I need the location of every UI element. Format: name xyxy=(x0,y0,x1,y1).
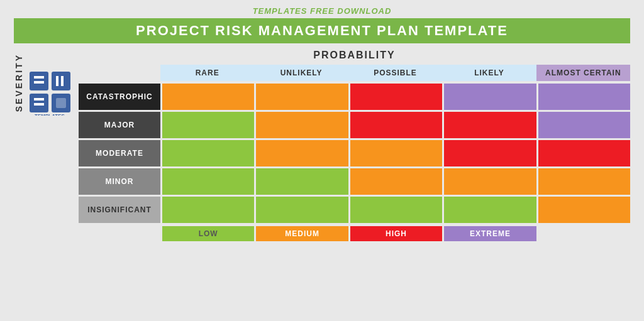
row-label-catastrophic: CATASTROPHIC xyxy=(79,84,160,110)
cell xyxy=(538,197,630,223)
svg-rect-6 xyxy=(56,76,58,86)
page-title: PROJECT RISK MANAGEMENT PLAN TEMPLATE xyxy=(14,23,630,39)
left-panel: SEVERITY TEMPLATES xyxy=(14,50,79,116)
cell xyxy=(162,140,254,166)
cell xyxy=(350,84,442,110)
svg-rect-9 xyxy=(34,103,44,106)
cell xyxy=(444,140,536,166)
logo: TEMPLATES xyxy=(26,68,74,116)
row-insignificant: INSIGNIFICANT xyxy=(79,197,630,223)
row-major: MAJOR xyxy=(79,112,630,138)
cell xyxy=(444,197,536,223)
cell xyxy=(256,112,348,138)
legend-medium: MEDIUM xyxy=(256,226,348,241)
cell xyxy=(162,84,254,110)
legend-extreme: EXTREME xyxy=(444,226,536,241)
cell xyxy=(256,140,348,166)
row-catastrophic: CATASTROPHIC xyxy=(79,84,630,110)
grid-rows: CATASTROPHIC MAJOR xyxy=(79,84,630,223)
cell xyxy=(538,168,630,195)
col-header-rare: RARE xyxy=(160,65,254,81)
cell xyxy=(256,197,348,223)
col-header-unlikely: UNLIKELY xyxy=(254,65,348,81)
cell xyxy=(350,140,442,166)
spacer xyxy=(79,65,160,81)
cell xyxy=(350,168,442,195)
severity-label: SEVERITY xyxy=(14,53,24,112)
row-minor: MINOR xyxy=(79,168,630,195)
legend-spacer xyxy=(79,226,160,241)
row-label-insignificant: INSIGNIFICANT xyxy=(79,197,160,223)
grid-section: PROBABILITY RARE UNLIKELY POSSIBLE LIKEL… xyxy=(79,50,630,241)
cell xyxy=(444,168,536,195)
row-label-moderate: MODERATE xyxy=(79,140,160,166)
row-moderate: MODERATE xyxy=(79,140,630,166)
legend-low: LOW xyxy=(162,226,254,241)
legend-high: HIGH xyxy=(350,226,442,241)
cell xyxy=(256,84,348,110)
cell xyxy=(538,140,630,166)
svg-text:TEMPLATES: TEMPLATES xyxy=(35,113,65,116)
cell xyxy=(444,84,536,110)
row-label-minor: MINOR xyxy=(79,168,160,195)
svg-rect-8 xyxy=(34,98,44,101)
cell xyxy=(444,112,536,138)
legend-empty xyxy=(538,226,630,241)
col-header-possible: POSSIBLE xyxy=(348,65,442,81)
svg-rect-4 xyxy=(34,76,44,79)
cell xyxy=(256,168,348,195)
svg-rect-7 xyxy=(61,76,64,86)
cell xyxy=(162,197,254,223)
probability-header: PROBABILITY xyxy=(79,50,630,61)
cell xyxy=(350,197,442,223)
col-header-almost-certain: ALMOST CERTAIN xyxy=(536,65,630,81)
cell xyxy=(162,112,254,138)
cell xyxy=(538,84,630,110)
row-label-major: MAJOR xyxy=(79,112,160,138)
svg-rect-5 xyxy=(34,81,44,84)
title-bar: PROJECT RISK MANAGEMENT PLAN TEMPLATE xyxy=(14,18,630,43)
col-header-likely: LIKELY xyxy=(442,65,536,81)
cell xyxy=(162,168,254,195)
cell xyxy=(538,112,630,138)
cell xyxy=(350,112,442,138)
svg-rect-10 xyxy=(56,98,66,108)
main-content: SEVERITY TEMPLATES P xyxy=(14,50,630,241)
legend-row: LOW MEDIUM HIGH EXTREME xyxy=(79,226,630,241)
page-wrapper: TEMPLATES FREE DOWNLOAD PROJECT RISK MAN… xyxy=(14,6,630,241)
col-headers: RARE UNLIKELY POSSIBLE LIKELY ALMOST CER… xyxy=(79,65,630,81)
templates-label: TEMPLATES FREE DOWNLOAD xyxy=(14,6,630,16)
